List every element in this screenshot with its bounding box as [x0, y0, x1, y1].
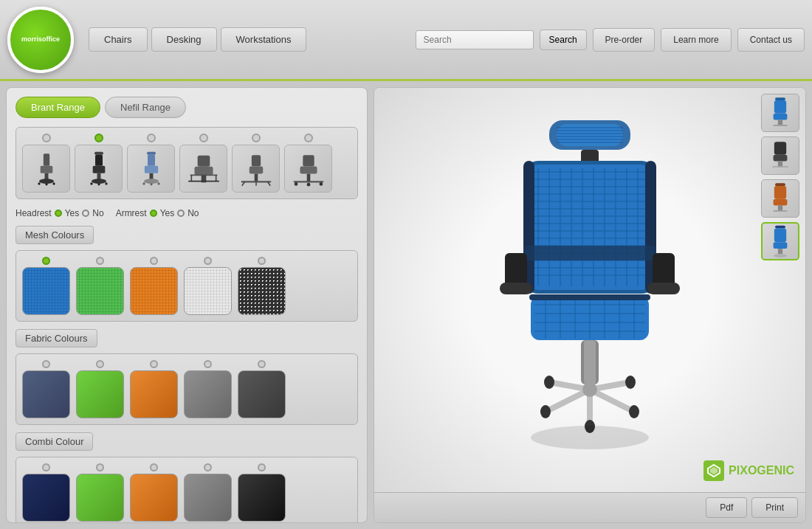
- headrest-yes-radio[interactable]: [55, 210, 62, 217]
- chair-thumb-3[interactable]: [127, 134, 175, 193]
- combi-swatch-grey[interactable]: [184, 463, 232, 522]
- svg-rect-129: [774, 228, 786, 242]
- svg-point-41: [294, 182, 297, 186]
- combi-radio-black: [258, 463, 266, 471]
- mesh-color-orange: [130, 267, 178, 315]
- combi-swatch-navy[interactable]: [22, 463, 70, 522]
- svg-point-11: [92, 179, 106, 184]
- nav-chairs[interactable]: Chairs: [89, 27, 148, 52]
- mesh-swatch-white[interactable]: [184, 257, 232, 315]
- thumb-3[interactable]: [761, 179, 799, 218]
- svg-rect-123: [775, 183, 785, 186]
- combi-swatch-orange[interactable]: [130, 463, 178, 522]
- fabric-color-green: [76, 370, 124, 418]
- armrest-yes-radio[interactable]: [150, 210, 157, 217]
- armrest-no-label: No: [187, 208, 199, 218]
- fabric-colour-swatches: [16, 353, 358, 425]
- svg-point-12: [90, 182, 92, 184]
- svg-rect-38: [300, 166, 317, 173]
- mesh-color-black: [238, 267, 286, 315]
- armrest-yes-label: Yes: [160, 208, 175, 218]
- nav-desking[interactable]: Desking: [151, 27, 217, 52]
- thumb-svg-3: [764, 182, 796, 215]
- pixogenic-branding: PIXOGENIC: [703, 460, 794, 481]
- chair-svg-2: [80, 151, 117, 187]
- chair-thumb-4[interactable]: [179, 134, 227, 193]
- chair-thumb-2[interactable]: [75, 134, 123, 193]
- svg-marker-134: [710, 467, 718, 474]
- chair-radio-5: [252, 134, 261, 142]
- fabric-radio-orange: [150, 360, 158, 368]
- thumb-2[interactable]: [761, 136, 799, 175]
- svg-rect-9: [92, 165, 105, 173]
- chair-thumb-5[interactable]: [232, 134, 280, 193]
- thumb-4[interactable]: [761, 222, 799, 260]
- logo[interactable]: morrisoffice: [7, 7, 74, 73]
- fabric-color-orange: [130, 370, 178, 418]
- chair-radio-4: [199, 134, 208, 142]
- mesh-color-white: [184, 267, 232, 315]
- mesh-color-blue: [22, 267, 70, 315]
- armrest-no-radio[interactable]: [177, 210, 185, 217]
- combi-swatch-green[interactable]: [76, 463, 124, 522]
- svg-rect-116: [774, 114, 788, 120]
- chair-svg-6: [290, 151, 327, 187]
- pixo-icon: [703, 460, 724, 481]
- thumb-svg-2: [764, 139, 796, 172]
- svg-rect-114: [775, 97, 785, 100]
- svg-point-22: [157, 182, 159, 184]
- tab-nefil-range[interactable]: Nefil Range: [105, 97, 186, 118]
- fabric-swatch-blue[interactable]: [22, 360, 70, 418]
- fabric-swatch-grey2[interactable]: [238, 360, 286, 418]
- svg-rect-121: [778, 162, 782, 167]
- print-button[interactable]: Print: [751, 497, 798, 518]
- preorder-button[interactable]: Pre-order: [593, 28, 656, 52]
- svg-rect-7: [94, 151, 103, 154]
- contact-button[interactable]: Contact us: [737, 28, 805, 52]
- svg-point-112: [625, 376, 636, 389]
- learn-more-button[interactable]: Learn more: [661, 28, 731, 52]
- tab-brant-range[interactable]: Brant Range: [16, 97, 100, 118]
- combi-radio-green: [96, 463, 104, 471]
- search-input[interactable]: [416, 30, 534, 49]
- svg-rect-16: [148, 154, 155, 165]
- svg-rect-124: [774, 186, 786, 199]
- svg-rect-117: [778, 120, 782, 125]
- chair-thumb-1[interactable]: [22, 134, 70, 193]
- pdf-button[interactable]: Pdf: [706, 497, 747, 518]
- fabric-swatch-orange[interactable]: [130, 360, 178, 418]
- combi-color-grey: [184, 474, 232, 522]
- mesh-swatch-blue[interactable]: [22, 257, 70, 315]
- fabric-swatch-grey1[interactable]: [184, 360, 232, 418]
- combi-swatch-black[interactable]: [238, 463, 286, 522]
- chair-img-6: [284, 145, 332, 193]
- chair-radio-1: [42, 134, 51, 142]
- mesh-swatch-black[interactable]: [238, 257, 286, 315]
- svg-rect-30: [251, 155, 260, 166]
- chair-radio-2: [94, 134, 103, 142]
- mesh-radio-black: [258, 257, 266, 265]
- mesh-swatch-orange[interactable]: [130, 257, 178, 315]
- svg-rect-126: [778, 205, 782, 211]
- logo-text: morrisoffice: [21, 35, 60, 44]
- nav-workstations[interactable]: Workstations: [221, 27, 307, 52]
- headrest-no-radio[interactable]: [82, 210, 89, 217]
- header-right: Search Pre-order Learn more Contact us: [416, 28, 805, 52]
- fabric-radio-grey1: [204, 360, 212, 368]
- thumb-1[interactable]: [761, 94, 799, 132]
- left-panel: Brant Range Nefil Range: [6, 87, 368, 523]
- combi-radio-grey: [204, 463, 212, 471]
- chair-thumb-6[interactable]: [284, 134, 332, 193]
- nav-links: Chairs Desking Workstations: [89, 27, 416, 52]
- chair-img-4: [179, 145, 227, 193]
- svg-rect-23: [197, 155, 210, 166]
- svg-point-19: [144, 179, 159, 184]
- main-chair-image: [464, 113, 715, 467]
- headrest-yes-label: Yes: [65, 208, 80, 218]
- fabric-radio-green: [96, 360, 104, 368]
- svg-rect-120: [774, 155, 788, 162]
- fabric-swatch-green[interactable]: [76, 360, 124, 418]
- mesh-swatch-green[interactable]: [76, 257, 124, 315]
- svg-rect-130: [774, 242, 788, 249]
- search-button[interactable]: Search: [540, 30, 587, 50]
